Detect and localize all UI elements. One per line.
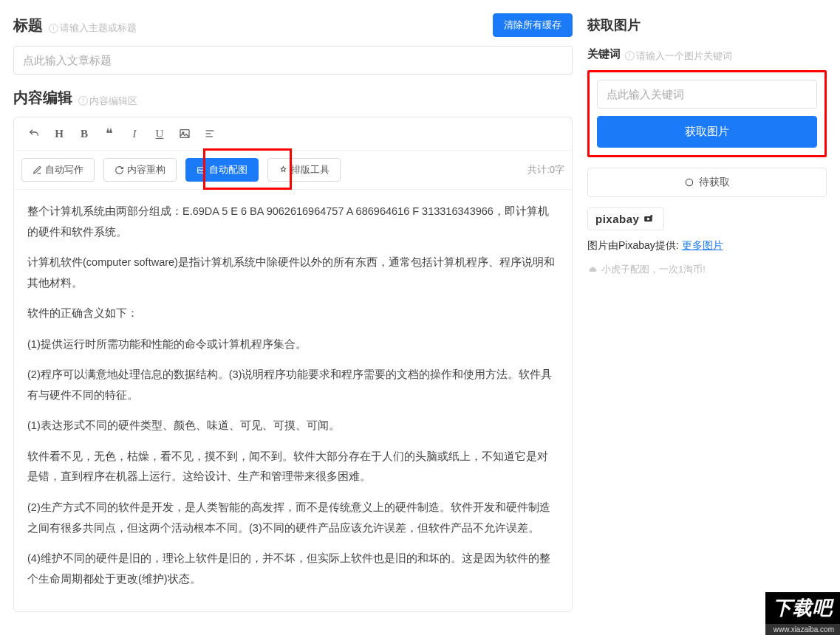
heading-icon[interactable]: H (47, 123, 72, 144)
paragraph: (2)程序可以满意地处理信息的数据结构。(3)说明程序功能要求和程序需要的文档的… (27, 365, 559, 405)
highlight-annotation: 获取图片 (587, 70, 827, 157)
format-toolbar: H B ❝ I U (14, 117, 572, 151)
italic-icon[interactable]: I (122, 123, 147, 144)
content-restructure-button[interactable]: 内容重构 (103, 158, 177, 182)
info-icon: ! (49, 24, 58, 33)
paragraph: (4)维护不同的硬件是旧的，理论上软件是旧的，并不坏，但实际上软件也是旧的和坏的… (27, 549, 559, 589)
bold-icon[interactable]: B (72, 123, 97, 144)
keyword-hint: ! 请输入一个图片关键词 (625, 49, 732, 63)
pixabay-badge: pixabay (587, 207, 664, 230)
keyword-input[interactable] (597, 80, 817, 109)
content-hint: ! 内容编辑区 (78, 95, 137, 108)
layout-tool-button[interactable]: 排版工具 (267, 158, 341, 182)
svg-point-8 (647, 218, 650, 221)
watermark: 下载吧 www.xiazaiba.com (765, 592, 840, 635)
paragraph: 软件看不见，无色，枯燥，看不见，摸不到，闻不到。软件大部分存在于人们的头脑或纸上… (27, 447, 559, 487)
pencil-icon (33, 165, 42, 175)
auto-image-button[interactable]: 自动配图 (185, 158, 259, 182)
clear-cache-button[interactable]: 清除所有缓存 (493, 13, 573, 37)
image-icon[interactable] (172, 123, 197, 144)
camera-icon (641, 213, 656, 224)
content-heading: 内容编辑 (13, 88, 72, 108)
pending-status-button[interactable]: 待获取 (587, 168, 827, 197)
cloud-icon (587, 265, 598, 274)
paragraph: (1)表达形式不同的硬件类型、颜色、味道、可见、可摸、可闻。 (27, 416, 559, 436)
provider-text: 图片由Pixabay提供: 更多图片 (587, 239, 827, 253)
title-heading: 标题 (13, 16, 43, 35)
footer-note: 小虎子配图，一次1淘币! (587, 263, 827, 276)
sidebar-panel: 获取图片 关键词 ! 请输入一个图片关键词 获取图片 待获取 pixabay (581, 0, 840, 635)
image-match-icon (197, 165, 206, 175)
action-toolbar: 自动写作 内容重构 自动配图 排版工具 共计:0字 (14, 151, 572, 190)
svg-rect-9 (651, 215, 653, 216)
circle-icon (684, 177, 694, 188)
keyword-label: 关键词 (587, 47, 621, 61)
quote-icon[interactable]: ❝ (97, 123, 122, 144)
refresh-icon (115, 165, 124, 175)
align-icon[interactable] (197, 123, 222, 144)
more-images-link[interactable]: 更多图片 (682, 239, 723, 251)
fetch-image-button[interactable]: 获取图片 (597, 116, 817, 148)
title-hint: ! 请输入主题或标题 (49, 21, 137, 35)
underline-icon[interactable]: U (147, 123, 172, 144)
paragraph: 软件的正确含义如下： (27, 303, 559, 324)
editor-box: H B ❝ I U 自动写作 内容重构 (13, 117, 573, 612)
layout-icon (279, 165, 288, 175)
article-title-input[interactable] (13, 46, 573, 75)
svg-point-6 (686, 179, 692, 185)
info-icon: ! (625, 51, 635, 61)
auto-write-button[interactable]: 自动写作 (21, 158, 95, 182)
paragraph: 计算机软件(computer software)是指计算机系统中除硬件以外的所有… (27, 253, 559, 293)
paragraph: 整个计算机系统由两部分组成：E.69DA 5 E 6 BA 9062616964… (27, 202, 559, 242)
paragraph: (1)提供运行时所需功能和性能的命令或计算机程序集合。 (27, 334, 559, 355)
undo-icon[interactable] (21, 123, 47, 144)
info-icon: ! (78, 96, 88, 106)
editor-content[interactable]: 整个计算机系统由两部分组成：E.69DA 5 E 6 BA 9062616964… (14, 190, 572, 611)
word-count: 共计:0字 (527, 163, 564, 176)
sidebar-title: 获取图片 (587, 16, 827, 34)
main-panel: 标题 ! 请输入主题或标题 清除所有缓存 内容编辑 ! 内容编辑区 H (0, 0, 581, 635)
paragraph: (2)生产方式不同的软件是开发，是人类智能的高发挥，而不是传统意义上的硬件制造。… (27, 498, 559, 538)
